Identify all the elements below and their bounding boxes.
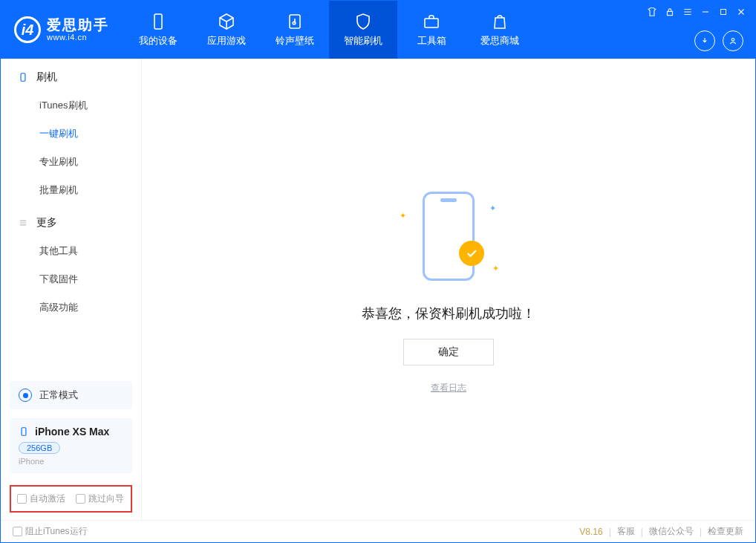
sidebar-item-batch-flash[interactable]: 批量刷机 [1,176,141,204]
device-mode-card[interactable]: 正常模式 [10,381,132,409]
device-name: iPhone XS Max [35,426,109,438]
svg-rect-7 [21,74,25,82]
music-note-icon [285,12,304,31]
svg-point-2 [293,22,296,25]
sidebar-group-flash: 刷机 [1,59,141,91]
nav-label: 工具箱 [417,34,446,48]
nav-toolbox[interactable]: 工具箱 [397,1,466,59]
ok-button[interactable]: 确定 [403,339,494,365]
app-header: i4 爱思助手 www.i4.cn 我的设备 应用游戏 铃声壁纸 智能刷机 工具… [1,1,755,59]
phone-icon [149,12,168,31]
download-button[interactable] [694,30,715,51]
sparkle-icon: ✦ [492,264,499,273]
checkbox-block-itunes[interactable]: 阻止iTunes运行 [13,525,88,538]
top-nav: 我的设备 应用游戏 铃声壁纸 智能刷机 工具箱 爱思商城 [124,1,534,59]
svg-rect-8 [22,428,26,436]
svg-rect-4 [668,11,673,15]
success-illustration: ✦ ✦ ✦ [397,184,501,288]
sidebar-group-label: 刷机 [36,71,57,84]
logo-icon: i4 [14,16,41,43]
device-icon [17,71,29,83]
sidebar-item-download-firmware[interactable]: 下载固件 [1,265,141,293]
maximize-button[interactable] [717,5,730,19]
checkbox-skip-wizard[interactable]: 跳过向导 [76,492,124,505]
checkmark-badge-icon [459,241,484,266]
list-icon [17,217,29,229]
briefcase-icon [422,12,441,31]
app-site: www.i4.cn [47,33,109,42]
nav-apps-games[interactable]: 应用游戏 [192,1,261,59]
svg-point-6 [731,39,734,42]
version-label: V8.16 [579,527,602,537]
shield-icon [353,12,373,31]
nav-label: 爱思商城 [480,34,519,48]
minimize-button[interactable] [699,5,712,19]
device-mode-label: 正常模式 [39,388,78,402]
nav-label: 应用游戏 [207,34,246,48]
nav-ringtones[interactable]: 铃声壁纸 [261,1,329,59]
nav-label: 铃声壁纸 [276,34,314,48]
svg-rect-5 [721,10,726,15]
header-actions [694,30,743,51]
sidebar-item-other-tools[interactable]: 其他工具 [1,237,141,265]
wechat-link[interactable]: 微信公众号 [649,525,694,538]
app-title: 爱思助手 [47,18,109,33]
nav-label: 智能刷机 [344,34,382,48]
mode-indicator-icon [19,388,32,402]
phone-icon [19,426,29,437]
nav-store[interactable]: 爱思商城 [466,1,534,59]
sparkle-icon: ✦ [400,211,406,221]
view-log-link[interactable]: 查看日志 [431,382,466,394]
device-storage-badge: 256GB [19,442,60,454]
check-update-link[interactable]: 检查更新 [708,525,743,538]
app-body: 刷机 iTunes刷机 一键刷机 专业刷机 批量刷机 更多 其他工具 下载固件 … [1,59,755,520]
support-link[interactable]: 客服 [617,525,635,538]
bag-icon [490,12,509,31]
sidebar-item-advanced[interactable]: 高级功能 [1,293,141,322]
phone-icon [423,192,475,281]
flash-options-row: 自动激活 跳过向导 [10,485,132,513]
cube-icon [217,12,236,31]
sidebar-group-label: 更多 [36,216,57,230]
status-bar: 阻止iTunes运行 V8.16 | 客服 | 微信公众号 | 检查更新 [1,520,755,542]
sidebar-item-oneclick-flash[interactable]: 一键刷机 [1,120,141,148]
device-card[interactable]: iPhone XS Max 256GB iPhone [10,418,132,473]
tshirt-icon[interactable] [645,5,659,19]
nav-my-device[interactable]: 我的设备 [124,1,192,59]
sidebar-group-more: 更多 [1,204,141,237]
sidebar-item-pro-flash[interactable]: 专业刷机 [1,148,141,176]
close-button[interactable] [734,5,748,19]
user-button[interactable] [723,30,743,51]
checkbox-auto-activate[interactable]: 自动激活 [17,492,65,505]
menu-icon[interactable] [681,5,694,19]
nav-label: 我的设备 [139,34,177,48]
sparkle-icon: ✦ [489,204,496,213]
svg-rect-0 [154,14,162,29]
sidebar-item-itunes-flash[interactable]: iTunes刷机 [1,91,141,120]
window-controls [645,5,748,19]
main-content: ✦ ✦ ✦ 恭喜您，保资料刷机成功啦！ 确定 查看日志 [142,59,755,520]
success-message: 恭喜您，保资料刷机成功啦！ [362,305,535,322]
lock-icon[interactable] [663,5,677,19]
nav-smart-flash[interactable]: 智能刷机 [329,1,397,59]
sidebar: 刷机 iTunes刷机 一键刷机 专业刷机 批量刷机 更多 其他工具 下载固件 … [1,59,142,520]
svg-rect-3 [425,19,438,27]
app-logo: i4 爱思助手 www.i4.cn [1,1,120,59]
device-type: iPhone [19,457,123,466]
